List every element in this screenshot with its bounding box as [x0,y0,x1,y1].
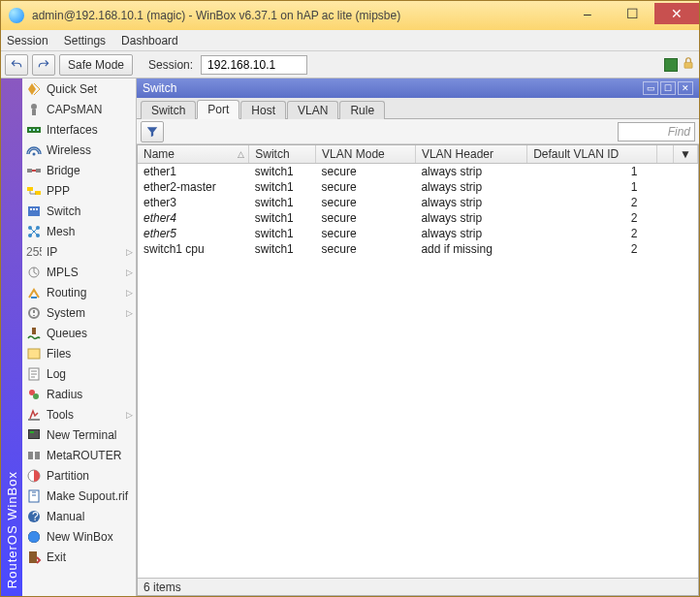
minimize-button[interactable]: – [565,3,610,24]
table-cell: 2 [527,210,657,226]
sidebar-item-routing[interactable]: Routing▷ [22,282,136,302]
sidebar-item-make-supout-rif[interactable]: Make Supout.rif [22,486,136,506]
tab-switch[interactable]: Switch [141,101,196,119]
sidebar-item-queues[interactable]: Queues [22,323,136,343]
svg-rect-8 [27,169,32,173]
table-cell: add if missing [415,241,526,257]
column-header[interactable]: Switch [249,145,316,164]
sidebar-item-tools[interactable]: Tools▷ [22,404,136,424]
sidebar-item-quick-set[interactable]: Quick Set [22,79,136,99]
svg-point-1 [31,104,37,110]
sidebar-item-wireless[interactable]: Wireless [22,140,136,160]
sidebar-item-interfaces[interactable]: Interfaces [22,119,136,140]
close-button[interactable]: ✕ [654,3,699,24]
table-cell: secure [316,164,416,180]
table-row[interactable]: switch1 cpuswitch1secureadd if missing2 [138,241,698,257]
status-bar: 6 items [138,578,698,595]
redo-button[interactable] [32,54,55,76]
column-header[interactable]: Default VLAN ID [527,145,657,164]
svg-rect-9 [36,169,41,173]
menu-settings[interactable]: Settings [64,34,106,47]
sidebar-item-manual[interactable]: ?Manual [22,506,136,526]
sidebar-item-new-terminal[interactable]: New Terminal [22,424,136,445]
sidebar-icon [26,163,42,178]
sidebar-icon [26,204,42,219]
sidebar-item-mesh[interactable]: Mesh [22,221,136,241]
table-row[interactable]: ether2-masterswitch1securealways strip1 [138,179,698,195]
data-grid[interactable]: Name△SwitchVLAN ModeVLAN HeaderDefault V… [138,145,698,578]
table-cell: always strip [415,164,526,180]
table-cell: 2 [527,226,657,241]
table-cell [674,164,698,180]
table-row[interactable]: ether5switch1securealways strip2 [138,226,698,241]
tab-port[interactable]: Port [197,100,239,119]
sidebar-item-capsman[interactable]: CAPsMAN [22,99,136,119]
table-cell: switch1 [249,210,316,226]
sidebar-icon [26,183,42,199]
svg-rect-14 [30,208,32,210]
sidebar-item-label: MPLS [47,266,79,279]
table-row[interactable]: ether3switch1securealways strip2 [138,195,698,210]
panel-max-button[interactable]: ☐ [660,81,676,95]
table-cell: switch1 [249,226,316,241]
table-row[interactable]: ether4switch1securealways strip2 [138,210,698,226]
sidebar-icon: ? [26,509,42,524]
vertical-brand-label: RouterOS WinBox [5,463,19,596]
sidebar-item-log[interactable]: Log [22,363,136,384]
table-cell: secure [316,241,416,257]
table-cell [656,241,673,257]
column-menu-button[interactable]: ▼ [674,145,698,164]
column-header[interactable]: VLAN Mode [316,145,416,164]
tab-vlan[interactable]: VLAN [287,101,338,119]
filter-button[interactable] [141,121,164,142]
sidebar-item-bridge[interactable]: Bridge [22,160,136,180]
panel-min-button[interactable]: ▭ [643,81,658,95]
sidebar-item-ppp[interactable]: PPP [22,180,136,201]
sidebar-icon [26,81,42,97]
tab-bar: SwitchPortHostVLANRule [137,98,699,119]
sidebar-icon [26,265,42,280]
sidebar-item-mpls[interactable]: MPLS▷ [22,262,136,282]
sidebar-item-radius[interactable]: Radius [22,384,136,404]
svg-rect-33 [35,452,40,459]
sidebar-item-label: MetaROUTER [47,449,121,462]
sidebar-item-exit[interactable]: Exit [22,547,136,567]
svg-text:?: ? [32,510,39,523]
table-cell: ether3 [138,195,249,210]
sidebar-item-system[interactable]: System▷ [22,302,136,323]
find-input[interactable]: Find [618,122,695,141]
sidebar-item-switch[interactable]: Switch [22,201,136,221]
sidebar-item-label: Files [47,347,71,361]
sidebar-item-files[interactable]: Files [22,343,136,363]
svg-rect-29 [28,419,40,421]
column-header[interactable]: Name△ [138,145,249,164]
tab-rule[interactable]: Rule [339,101,385,119]
safe-mode-button[interactable]: Safe Mode [59,54,133,76]
table-cell: secure [316,195,416,210]
sidebar-icon [26,346,42,361]
svg-point-7 [33,152,36,155]
sidebar-item-ip[interactable]: 255IP▷ [22,241,136,262]
sidebar-item-metarouter[interactable]: MetaROUTER [22,445,136,465]
table-cell: ether2-master [138,179,249,195]
sidebar-item-new-winbox[interactable]: New WinBox [22,526,136,547]
maximize-button[interactable]: ☐ [610,3,654,24]
table-cell: always strip [415,226,526,241]
menu-session[interactable]: Session [7,34,48,47]
column-header[interactable]: VLAN Header [415,145,526,164]
tab-host[interactable]: Host [240,101,286,119]
sidebar-icon [26,102,42,117]
panel-close-button[interactable]: ✕ [678,81,693,95]
table-row[interactable]: ether1switch1securealways strip1 [138,164,698,180]
svg-rect-6 [37,129,39,131]
lock-icon[interactable] [682,56,695,73]
sidebar-item-label: New WinBox [47,530,113,544]
sidebar-item-partition[interactable]: Partition [22,465,136,486]
table-cell [674,195,698,210]
session-value[interactable]: 192.168.10.1 [201,55,307,75]
panel-title: Switch [143,81,641,95]
svg-rect-31 [29,430,39,438]
table-cell: secure [316,210,416,226]
menu-dashboard[interactable]: Dashboard [121,34,178,47]
undo-button[interactable] [5,54,28,76]
